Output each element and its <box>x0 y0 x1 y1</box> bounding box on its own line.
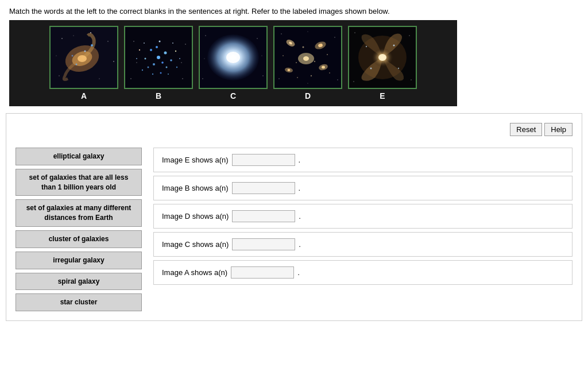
svg-point-90 <box>398 68 399 69</box>
svg-point-26 <box>148 67 149 68</box>
word-irregular-galaxy[interactable]: irregular galaxy <box>16 252 142 269</box>
svg-point-4 <box>107 41 108 41</box>
svg-point-1 <box>61 38 63 39</box>
label-b: B <box>156 91 161 100</box>
svg-point-35 <box>168 74 169 75</box>
svg-point-29 <box>142 69 143 71</box>
svg-point-50 <box>261 55 262 56</box>
word-list: elliptical galaxy set of galaxies that a… <box>16 148 142 311</box>
galaxy-a-svg <box>51 27 117 88</box>
galaxy-e-svg <box>349 27 416 88</box>
svg-point-74 <box>296 62 297 63</box>
svg-point-72 <box>303 47 304 48</box>
word-set-many-distances[interactable]: set of galaxies at many different distan… <box>16 199 142 227</box>
answer-input-d[interactable] <box>232 210 295 222</box>
svg-point-34 <box>152 74 153 75</box>
sentence-a-prefix: Image A shows a(n) <box>162 268 227 277</box>
svg-point-36 <box>160 72 162 74</box>
image-b <box>124 26 193 89</box>
svg-point-21 <box>161 61 164 64</box>
instruction-text: Match the words at the left to the corre… <box>0 0 588 20</box>
help-button[interactable]: Help <box>544 123 572 136</box>
image-e <box>348 26 417 89</box>
svg-point-88 <box>393 45 395 47</box>
galaxy-c-svg <box>200 27 266 88</box>
answer-input-e[interactable] <box>232 154 295 166</box>
svg-point-17 <box>157 56 160 59</box>
svg-point-31 <box>159 41 161 42</box>
main-panel: Reset Help elliptical galaxy set of gala… <box>6 113 582 321</box>
image-e-item: E <box>348 26 417 100</box>
svg-point-84 <box>411 79 411 80</box>
answer-input-a[interactable] <box>231 266 294 279</box>
image-c <box>199 26 268 89</box>
sentence-e-suffix: . <box>299 156 301 164</box>
svg-point-12 <box>91 44 93 47</box>
svg-point-33 <box>136 58 137 59</box>
image-a <box>49 26 118 89</box>
word-elliptical-galaxy[interactable]: elliptical galaxy <box>16 148 142 165</box>
word-set-less-than-billion[interactable]: set of galaxies that are all less than 1… <box>16 169 142 196</box>
image-a-item: A <box>49 26 118 100</box>
svg-point-81 <box>354 32 355 33</box>
sentence-row-d: Image D shows a(n) . <box>153 204 572 229</box>
label-e: E <box>380 91 385 100</box>
svg-point-78 <box>297 77 298 78</box>
svg-point-2 <box>73 35 74 36</box>
answer-input-c[interactable] <box>232 238 295 250</box>
image-d-item: D <box>273 26 342 100</box>
svg-point-79 <box>329 72 330 74</box>
word-star-cluster[interactable]: star cluster <box>16 293 142 311</box>
answer-input-b[interactable] <box>232 182 295 194</box>
svg-point-83 <box>353 81 354 82</box>
svg-point-13 <box>76 64 78 65</box>
svg-point-18 <box>150 49 152 51</box>
svg-point-6 <box>113 61 114 62</box>
svg-point-87 <box>378 54 386 61</box>
svg-point-58 <box>278 78 279 79</box>
word-spiral-galaxy[interactable]: spiral galaxy <box>16 273 142 291</box>
sentence-d-suffix: . <box>299 212 301 221</box>
svg-point-71 <box>322 66 325 69</box>
svg-point-47 <box>257 38 257 38</box>
svg-point-28 <box>139 49 140 51</box>
svg-point-76 <box>283 55 284 56</box>
svg-point-15 <box>72 55 74 57</box>
svg-point-30 <box>176 67 177 68</box>
sentence-row-c: Image C shows a(n) . <box>153 232 572 257</box>
svg-point-67 <box>303 56 309 61</box>
image-b-item: B <box>124 26 193 100</box>
svg-point-32 <box>179 58 180 59</box>
svg-point-82 <box>409 35 409 36</box>
svg-point-46 <box>205 35 206 36</box>
svg-point-23 <box>170 59 172 61</box>
svg-point-39 <box>130 78 131 79</box>
sentence-c-suffix: . <box>299 240 301 249</box>
svg-point-91 <box>366 46 367 47</box>
sentence-a-suffix: . <box>297 268 300 277</box>
sentence-c-prefix: Image C shows a(n) <box>162 240 229 249</box>
svg-point-73 <box>314 61 315 62</box>
galaxy-b-svg <box>125 27 192 88</box>
svg-point-49 <box>262 75 263 76</box>
svg-point-43 <box>136 62 137 63</box>
word-cluster-galaxies[interactable]: cluster of galaxies <box>16 230 142 248</box>
svg-point-7 <box>99 78 99 79</box>
sentence-list: Image E shows a(n) . Image B shows a(n) … <box>153 148 572 311</box>
svg-point-19 <box>164 52 167 55</box>
svg-point-22 <box>145 58 146 60</box>
sentence-row-a: Image A shows a(n) . <box>153 260 572 285</box>
svg-point-77 <box>311 75 312 76</box>
top-buttons: Reset Help <box>16 123 572 136</box>
sentence-row-b: Image B shows a(n) . <box>153 176 572 200</box>
svg-point-41 <box>144 42 145 44</box>
sentence-d-prefix: Image D shows a(n) <box>162 212 229 221</box>
svg-point-38 <box>185 44 186 45</box>
svg-point-8 <box>59 75 59 76</box>
svg-point-20 <box>153 63 155 65</box>
reset-button[interactable]: Reset <box>510 123 542 136</box>
svg-point-24 <box>156 46 158 48</box>
svg-point-11 <box>78 55 87 62</box>
svg-point-56 <box>281 33 281 34</box>
image-strip: A <box>9 20 457 106</box>
